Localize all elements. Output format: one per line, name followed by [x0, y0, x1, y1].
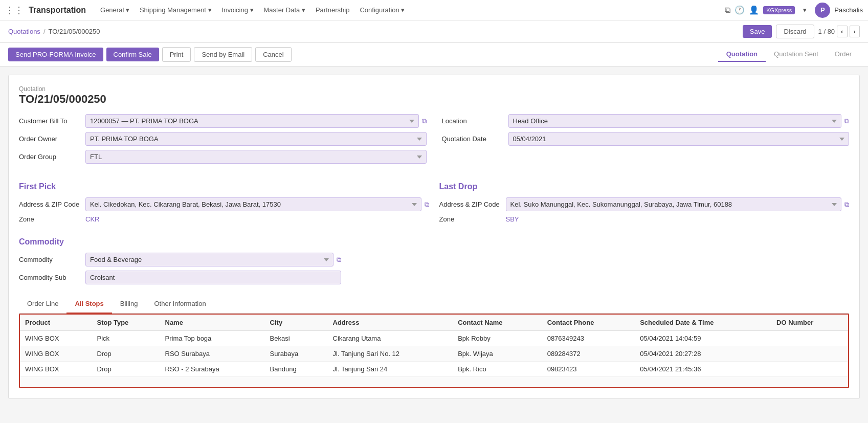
menu-invoicing[interactable]: Invoicing ▾ [218, 4, 258, 16]
top-navigation: ⋮⋮ Transportation General ▾ Shipping Man… [0, 0, 868, 20]
status-order[interactable]: Order [827, 47, 860, 62]
prev-page-button[interactable]: ‹ [837, 26, 847, 37]
first-pick-address-row: Address & ZIP Code Kel. Cikedokan, Kec. … [19, 197, 429, 211]
grid-icon[interactable]: ⋮⋮ [5, 5, 24, 16]
col-scheduled: Scheduled Date & Time [635, 315, 771, 331]
first-pick-zone-label: Zone [19, 215, 85, 223]
location-external-link[interactable]: ⧉ [844, 117, 849, 125]
location-label: Location [442, 117, 508, 125]
first-pick-section: First Pick Address & ZIP Code Kel. Ciked… [19, 178, 429, 227]
quotation-date-row: Quotation Date 05/04/2021 [442, 132, 850, 146]
location-select[interactable]: Head Office [508, 114, 842, 128]
last-drop-address-select[interactable]: Kel. Suko Manunggal, Kec. Sukomanunggal,… [506, 197, 842, 211]
last-drop-address-field: Kel. Suko Manunggal, Kec. Sukomanunggal,… [506, 197, 850, 211]
tab-all-stops[interactable]: All Stops [66, 295, 112, 314]
discard-button[interactable]: Discard [776, 25, 814, 38]
page-info: 1 / 80 [818, 28, 835, 35]
order-group-field: FTL [85, 150, 427, 164]
app-name: Transportation [29, 6, 86, 15]
cell-address: Cikarang Utama [328, 331, 453, 346]
print-button[interactable]: Print [162, 47, 191, 62]
order-group-label: Order Group [19, 153, 85, 161]
col-contact-name: Contact Name [453, 315, 542, 331]
commodity-field: Food & Beverage ⧉ [85, 253, 341, 266]
quotation-date-field: 05/04/2021 [508, 132, 850, 146]
last-drop-zone-value: SBY [506, 215, 850, 223]
status-quotation[interactable]: Quotation [718, 47, 766, 62]
form-right-col: Location Head Office ⧉ Quotation Date 05… [442, 114, 850, 168]
cell-contact-phone: 09823423 [542, 362, 635, 377]
first-pick-zone-text: CKR [85, 215, 99, 223]
menu-configuration[interactable]: Configuration ▾ [355, 4, 409, 16]
cell-contact-name: Bpk. Rico [453, 362, 542, 377]
col-contact-phone: Contact Phone [542, 315, 635, 331]
order-owner-select[interactable]: PT. PRIMA TOP BOGA [85, 132, 427, 146]
cell-do-number [771, 362, 848, 377]
order-owner-row: Order Owner PT. PRIMA TOP BOGA [19, 132, 427, 146]
commodity-sub-row: Commodity Sub [19, 271, 849, 284]
table-header: Product Stop Type Name City Address Cont… [20, 315, 848, 331]
page-nav: 1 / 80 ‹ › [818, 26, 860, 37]
first-pick-external-link[interactable]: ⧉ [425, 201, 429, 209]
breadcrumb-separator: / [43, 28, 46, 35]
table-row[interactable]: WING BOX Drop RSO - 2 Surabaya Bandung J… [20, 362, 848, 377]
last-drop-section: Last Drop Address & ZIP Code Kel. Suko M… [439, 178, 850, 227]
commodity-label: Commodity [19, 256, 85, 263]
external-link-icon[interactable]: ⧉ [725, 6, 730, 15]
confirm-sale-button[interactable]: Confirm Sale [106, 48, 159, 61]
avatar[interactable]: P [815, 3, 830, 18]
save-button[interactable]: Save [743, 25, 772, 38]
breadcrumb: Quotations / TO/21/05/000250 [8, 28, 100, 35]
kgxpress-dropdown[interactable]: ▾ [799, 4, 811, 16]
commodity-sub-input[interactable] [85, 271, 341, 284]
customer-bill-field: 12000057 — PT. PRIMA TOP BOGA ⧉ [85, 114, 427, 128]
quotation-date-select[interactable]: 05/04/2021 [508, 132, 850, 146]
col-do-number: DO Number [771, 315, 848, 331]
customer-bill-select[interactable]: 12000057 — PT. PRIMA TOP BOGA [85, 114, 419, 128]
first-pick-zone-row: Zone CKR [19, 215, 429, 223]
form-title: TO/21/05/000250 [19, 93, 849, 106]
cell-city: Surabaya [265, 346, 328, 362]
breadcrumb-parent[interactable]: Quotations [8, 28, 40, 35]
menu-general[interactable]: General ▾ [96, 4, 133, 16]
cell-stop-type: Drop [92, 346, 160, 362]
cell-stop-type: Drop [92, 362, 160, 377]
first-pick-address-field: Kel. Cikedokan, Kec. Cikarang Barat, Bek… [85, 197, 429, 211]
stops-table: Product Stop Type Name City Address Cont… [20, 315, 848, 387]
send-proforma-button[interactable]: Send PRO-FORMA Invoice [8, 48, 103, 61]
status-quotation-sent[interactable]: Quotation Sent [766, 47, 827, 62]
menu-masterdata[interactable]: Master Data ▾ [260, 4, 309, 16]
tab-billing[interactable]: Billing [112, 295, 146, 314]
commodity-select[interactable]: Food & Beverage [85, 253, 333, 266]
menu-shipping[interactable]: Shipping Management ▾ [136, 4, 216, 16]
cancel-button[interactable]: Cancel [255, 47, 291, 62]
tab-other-information[interactable]: Other Information [146, 295, 214, 314]
cell-scheduled: 05/04/2021 14:04:59 [635, 331, 771, 346]
table-body: WING BOX Pick Prima Top boga Bekasi Cika… [20, 331, 848, 388]
col-address: Address [328, 315, 453, 331]
commodity-sub-field [85, 271, 341, 284]
main-menu: General ▾ Shipping Management ▾ Invoicin… [96, 4, 725, 16]
person-icon[interactable]: 👤 [749, 5, 759, 15]
breadcrumb-actions: Save Discard 1 / 80 ‹ › [743, 25, 860, 38]
first-pick-address-select[interactable]: Kel. Cikedokan, Kec. Cikarang Barat, Bek… [85, 197, 421, 211]
order-owner-field: PT. PRIMA TOP BOGA [85, 132, 427, 146]
pick-drop-section: First Pick Address & ZIP Code Kel. Ciked… [19, 178, 849, 227]
last-drop-external-link[interactable]: ⧉ [844, 201, 849, 209]
tab-order-line[interactable]: Order Line [19, 295, 66, 314]
location-row: Location Head Office ⧉ [442, 114, 850, 128]
last-drop-zone-label: Zone [439, 215, 506, 223]
commodity-external-link[interactable]: ⧉ [337, 256, 341, 264]
clock-icon[interactable]: 🕐 [735, 5, 745, 15]
commodity-header: Commodity [19, 237, 849, 247]
order-group-select[interactable]: FTL [85, 150, 427, 164]
first-pick-header: First Pick [19, 182, 429, 191]
next-page-button[interactable]: › [850, 26, 860, 37]
table-row[interactable]: WING BOX Drop RSO Surabaya Surabaya Jl. … [20, 346, 848, 362]
menu-partnership[interactable]: Partnership [311, 4, 353, 16]
last-drop-address-label: Address & ZIP Code [439, 201, 506, 208]
customer-bill-external-link[interactable]: ⧉ [422, 117, 427, 125]
cell-contact-name: Bpk Robby [453, 331, 542, 346]
table-row[interactable]: WING BOX Pick Prima Top boga Bekasi Cika… [20, 331, 848, 346]
send-email-button[interactable]: Send by Email [194, 47, 252, 62]
